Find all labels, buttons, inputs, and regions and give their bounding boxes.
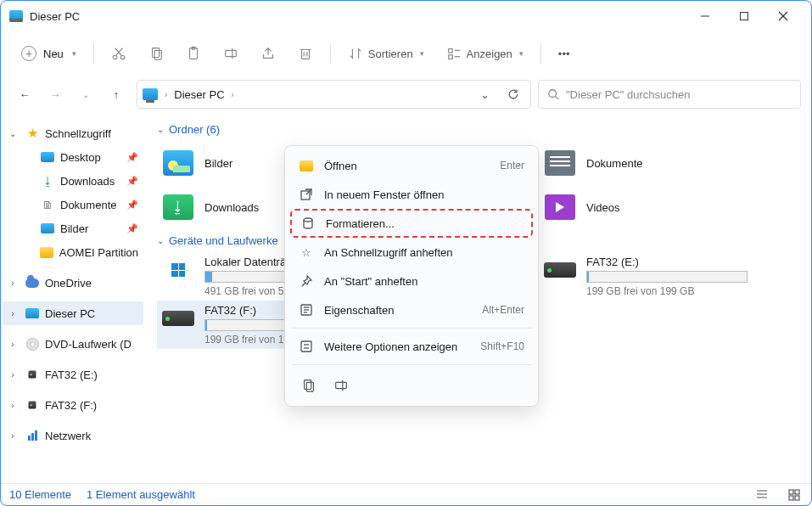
svg-rect-42	[789, 496, 793, 500]
folder-videos[interactable]: Videos	[539, 185, 751, 229]
folder-label: Videos	[586, 201, 620, 214]
format-icon	[300, 216, 316, 231]
delete-button[interactable]	[288, 38, 323, 69]
up-button[interactable]: ↑	[103, 81, 130, 108]
sort-button[interactable]: Sortieren ▾	[338, 38, 434, 69]
svg-rect-40	[789, 490, 793, 494]
ctx-properties[interactable]: EigenschaftenAlt+Enter	[290, 295, 533, 324]
cut-button[interactable]	[101, 38, 137, 69]
sidebar-item-onedrive[interactable]: ›OneDrive	[3, 271, 143, 295]
separator	[292, 328, 531, 329]
rename-button[interactable]	[213, 38, 249, 69]
chevron-down-icon: ▾	[519, 49, 524, 58]
ctx-label: Eigenschaften	[324, 304, 394, 317]
search-box[interactable]: "Dieser PC" durchsuchen	[538, 80, 801, 109]
svg-rect-9	[154, 50, 161, 59]
chevron-right-icon: ›	[6, 309, 20, 318]
drive-free: 199 GB frei von 199 GB	[586, 285, 748, 297]
sidebar-label: Downloads	[60, 175, 115, 188]
close-button[interactable]	[764, 3, 803, 30]
window-title: Dieser PC	[30, 10, 80, 23]
star-icon: ☆	[299, 245, 314, 260]
rename-icon[interactable]	[329, 374, 353, 397]
svg-rect-43	[795, 496, 799, 500]
star-icon: ★	[25, 127, 40, 140]
view-button[interactable]: Anzeigen ▾	[436, 38, 534, 69]
sidebar-label: Schnellzugriff	[45, 127, 111, 140]
svg-point-4	[113, 55, 117, 59]
ctx-label: An Schnellzugriff anheften	[324, 246, 453, 259]
svg-rect-30	[301, 341, 311, 351]
folder-label: Dokumente	[586, 157, 642, 170]
sidebar-item-downloads[interactable]: ⭳Downloads📌	[18, 169, 143, 193]
address-dropdown[interactable]: ⌄	[473, 88, 496, 101]
chevron-right-icon: ›	[6, 370, 20, 380]
documents-icon	[542, 148, 578, 178]
properties-icon	[299, 302, 314, 318]
refresh-button[interactable]	[501, 87, 525, 101]
shortcut-label: Alt+Enter	[482, 304, 524, 316]
forward-button[interactable]: →	[42, 81, 69, 108]
chevron-right-icon: ›	[6, 278, 20, 288]
shortcut-label: Enter	[500, 160, 524, 171]
folder-icon	[299, 158, 314, 173]
view-icon	[446, 46, 462, 61]
copy-button[interactable]	[138, 38, 174, 69]
sidebar-item-desktop[interactable]: Desktop📌	[18, 145, 143, 169]
folder-documents[interactable]: Dokumente	[539, 141, 751, 185]
sidebar-item-dvd[interactable]: ›DVD-Laufwerk (D	[3, 332, 143, 356]
paste-button[interactable]	[176, 38, 211, 69]
breadcrumb[interactable]: Dieser PC	[174, 88, 224, 101]
sidebar-item-fat32f[interactable]: ›FAT32 (F:)	[3, 393, 143, 417]
ctx-pin-quick[interactable]: ☆An Schnellzugriff anheften	[290, 238, 533, 267]
windows-drive-icon	[160, 256, 196, 284]
copy-icon[interactable]	[297, 374, 321, 397]
drive-name: FAT32 (E:)	[586, 256, 748, 268]
svg-rect-8	[152, 48, 159, 58]
maximize-button[interactable]	[725, 3, 764, 30]
sidebar-item-pictures[interactable]: Bilder📌	[18, 216, 143, 240]
svg-point-22	[549, 90, 557, 98]
chevron-down-icon: ⌄	[157, 125, 164, 134]
ctx-label: An "Start" anheften	[324, 275, 417, 288]
svg-point-5	[120, 55, 125, 59]
sidebar-item-aomei[interactable]: AOMEI Partition	[18, 240, 143, 264]
svg-rect-1	[741, 13, 748, 20]
minimize-button[interactable]	[686, 3, 725, 30]
more-button[interactable]: •••	[548, 38, 580, 69]
share-button[interactable]	[250, 38, 286, 69]
sidebar-item-thispc[interactable]: ›Dieser PC	[3, 301, 143, 325]
downloads-icon: ⭳	[160, 192, 196, 222]
pin-icon: 📌	[126, 200, 138, 211]
chevron-right-icon: ›	[6, 340, 20, 349]
pin-icon: 📌	[126, 176, 138, 187]
drive-fat32e[interactable]: FAT32 (E:) 199 GB frei von 199 GB	[539, 252, 751, 301]
section-folders[interactable]: ⌄Ordner (6)	[157, 123, 799, 136]
tiles-view-button[interactable]	[786, 486, 803, 503]
ctx-pin-start[interactable]: An "Start" anheften	[290, 267, 533, 295]
chevron-right-icon: ›	[230, 90, 236, 99]
ctx-open[interactable]: ÖffnenEnter	[290, 151, 533, 180]
new-button[interactable]: + Neu ▾	[11, 38, 87, 69]
pin-icon	[299, 273, 314, 289]
sidebar-item-fat32e[interactable]: ›FAT32 (E:)	[3, 363, 143, 386]
pc-icon	[9, 10, 23, 22]
svg-rect-19	[448, 55, 452, 59]
address-bar[interactable]: › Dieser PC › ⌄	[137, 80, 531, 109]
back-button[interactable]: ←	[11, 81, 38, 108]
recent-button[interactable]: ⌄	[72, 81, 99, 108]
svg-rect-34	[306, 382, 313, 391]
ctx-new-window[interactable]: In neuem Fenster öffnen	[290, 180, 533, 209]
sidebar-item-network[interactable]: ›Netzwerk	[3, 424, 143, 447]
sidebar-item-documents[interactable]: 🗎Dokumente📌	[18, 193, 143, 216]
ctx-more-options[interactable]: Weitere Optionen anzeigenShift+F10	[290, 332, 533, 361]
sidebar-label: Dieser PC	[45, 307, 95, 320]
videos-icon	[542, 192, 578, 222]
details-view-button[interactable]	[753, 486, 770, 503]
ctx-format[interactable]: Formatieren...	[290, 209, 533, 238]
plus-icon: +	[21, 46, 36, 61]
svg-line-6	[115, 48, 122, 56]
sort-label: Sortieren	[368, 48, 413, 60]
cloud-icon	[25, 276, 40, 290]
sidebar-item-quickaccess[interactable]: ⌄ ★ Schnellzugriff	[3, 121, 143, 145]
